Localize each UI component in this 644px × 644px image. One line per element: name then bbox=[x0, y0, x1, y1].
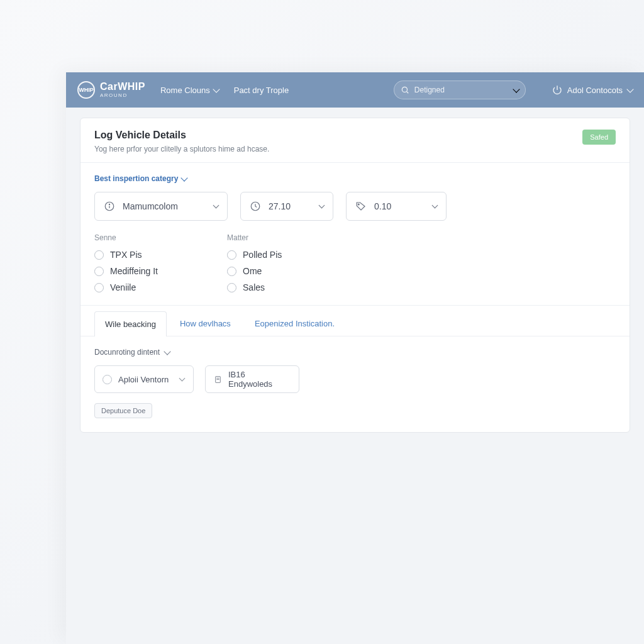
chevron-down-icon bbox=[626, 86, 633, 92]
radio-icon bbox=[94, 250, 104, 260]
radio-group-matter: Matter Polled Pis Ome Sales bbox=[227, 233, 282, 292]
page-subtitle: Yog here prfor your clitelly a splutors … bbox=[94, 145, 582, 153]
brand-tagline: AROUND bbox=[100, 93, 145, 98]
radio-sales[interactable]: Sales bbox=[227, 282, 282, 292]
main-card: Log Vehicle Details Yog here prfor your … bbox=[80, 118, 630, 433]
search-icon bbox=[401, 86, 409, 94]
value-select[interactable]: 0.10 bbox=[346, 192, 447, 221]
document-select[interactable]: IB16 Endywoleds bbox=[205, 365, 299, 393]
chevron-down-icon bbox=[179, 375, 186, 382]
document-icon bbox=[213, 375, 222, 384]
departure-button[interactable]: Deputuce Doe bbox=[94, 403, 152, 418]
brand-name: CarWHIP bbox=[100, 82, 145, 92]
radio-icon bbox=[94, 267, 104, 276]
tabs: Wile beacking How devlhacs Eopenized Ins… bbox=[80, 311, 630, 336]
time-select[interactable]: 27.10 bbox=[240, 192, 333, 221]
account-menu[interactable]: Adol Contocots bbox=[552, 85, 633, 95]
page-title: Log Vehicle Details bbox=[94, 130, 582, 141]
chevron-down-icon bbox=[213, 203, 219, 209]
radio-venile[interactable]: Veniile bbox=[94, 282, 158, 292]
category-select[interactable]: Mamumcolom bbox=[94, 192, 228, 221]
venture-select[interactable]: Aploii Ventorn bbox=[94, 365, 194, 393]
tab-eopenized[interactable]: Eopenized Instication. bbox=[244, 311, 345, 336]
svg-line-1 bbox=[406, 92, 408, 94]
svg-point-5 bbox=[109, 204, 109, 204]
svg-point-7 bbox=[358, 204, 359, 205]
radio-polled[interactable]: Polled Pis bbox=[227, 250, 282, 260]
chevron-down-icon bbox=[319, 203, 325, 209]
search-input[interactable]: Detigned bbox=[394, 80, 526, 99]
radio-mediffeing[interactable]: Mediffeing It bbox=[94, 266, 158, 276]
chevron-down-icon bbox=[164, 348, 170, 355]
nav-item-rome[interactable]: Rome Clouns bbox=[160, 86, 219, 95]
brand-logo[interactable]: WHIP CarWHIP AROUND bbox=[77, 81, 145, 99]
column-header: Matter bbox=[227, 233, 282, 242]
tab-how-devlhacs[interactable]: How devlhacs bbox=[169, 311, 242, 336]
radio-icon bbox=[94, 283, 104, 292]
inspection-category-toggle[interactable]: Best inspertion categry bbox=[94, 174, 616, 183]
radio-icon bbox=[227, 267, 236, 276]
radio-ome[interactable]: Ome bbox=[227, 266, 282, 276]
save-button[interactable]: Safed bbox=[582, 130, 616, 145]
clock-icon bbox=[248, 199, 262, 213]
radio-icon bbox=[103, 375, 112, 384]
svg-point-0 bbox=[402, 87, 407, 92]
logo-badge-icon: WHIP bbox=[77, 81, 95, 99]
chevron-down-icon bbox=[213, 86, 219, 92]
radio-group-senne: Senne TPX Pis Mediffeing It Veniile bbox=[94, 233, 158, 292]
tab-wile-beacking[interactable]: Wile beacking bbox=[94, 311, 167, 336]
topbar: WHIP CarWHIP AROUND Rome Clouns Pact dry… bbox=[66, 72, 644, 108]
radio-tpx[interactable]: TPX Pis bbox=[94, 250, 158, 260]
chevron-down-icon bbox=[432, 203, 438, 209]
column-header: Senne bbox=[94, 233, 158, 242]
tag-icon bbox=[354, 199, 368, 213]
info-icon bbox=[103, 199, 116, 213]
chevron-down-icon bbox=[513, 86, 519, 92]
search-placeholder: Detigned bbox=[414, 86, 509, 94]
radio-icon bbox=[227, 283, 236, 292]
radio-icon bbox=[227, 250, 236, 260]
nav-item-pact[interactable]: Pact dry Trople bbox=[234, 86, 289, 95]
power-icon bbox=[552, 85, 562, 95]
documenting-toggle[interactable]: Docunroting dintent bbox=[94, 348, 616, 357]
chevron-down-icon bbox=[181, 174, 188, 181]
